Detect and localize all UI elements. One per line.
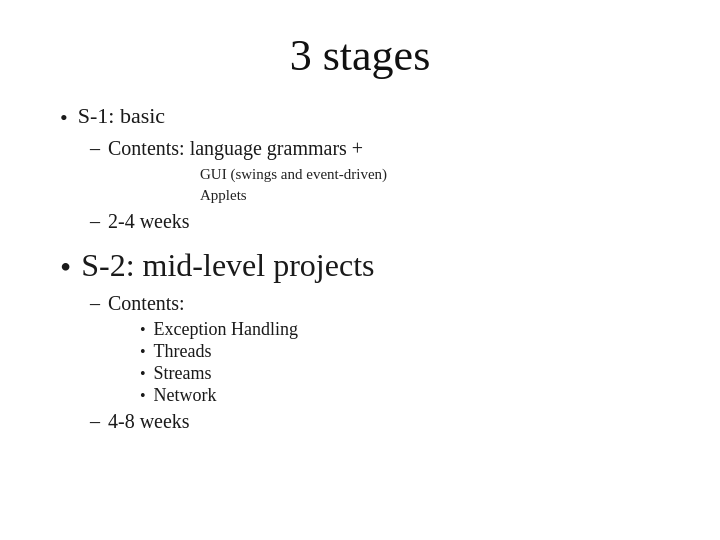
dash-s1-weeks: –	[90, 210, 100, 233]
dash-s2-weeks: –	[90, 410, 100, 433]
section-s2: • S-2: mid-level projects – Contents: • …	[60, 247, 660, 441]
s2-contents-list: • Exception Handling • Threads • Streams…	[140, 319, 660, 406]
s2-weeks-label: 4-8 weeks	[108, 410, 190, 433]
bullet-network: •	[140, 387, 146, 405]
threads-label: Threads	[154, 341, 212, 362]
exception-label: Exception Handling	[154, 319, 298, 340]
bullet-threads: •	[140, 343, 146, 361]
bullet-exception: •	[140, 321, 146, 339]
s1-weeks-row: – 2-4 weeks	[90, 210, 660, 233]
list-item-threads: • Threads	[140, 341, 660, 362]
s2-weeks-row: – 4-8 weeks	[90, 410, 660, 433]
list-item-exception: • Exception Handling	[140, 319, 660, 340]
slide-title: 3 stages	[60, 30, 660, 81]
bullet-s2: • S-2: mid-level projects	[60, 247, 660, 286]
bullet-dot-s1: •	[60, 105, 68, 131]
slide: 3 stages • S-1: basic – Contents: langua…	[0, 0, 720, 540]
network-label: Network	[154, 385, 217, 406]
s2-contents-label: Contents:	[108, 292, 185, 315]
s2-contents-row: – Contents:	[90, 292, 660, 315]
bullet-streams: •	[140, 365, 146, 383]
s1-contents-row: – Contents: language grammars +	[90, 137, 660, 160]
bullet-text-s1: S-1: basic	[78, 103, 165, 129]
s1-gui-note: GUI (swings and event-driven) Applets	[200, 164, 660, 206]
bullet-text-s2: S-2: mid-level projects	[81, 247, 374, 284]
list-item-streams: • Streams	[140, 363, 660, 384]
s1-weeks-label: 2-4 weeks	[108, 210, 190, 233]
s1-contents-label: Contents: language grammars +	[108, 137, 363, 160]
bullet-dot-s2: •	[60, 249, 71, 286]
dash-s1-contents: –	[90, 137, 100, 160]
section-s1: • S-1: basic – Contents: language gramma…	[60, 103, 660, 237]
dash-s2-contents: –	[90, 292, 100, 315]
list-item-network: • Network	[140, 385, 660, 406]
s1-gui-line2: Applets	[200, 185, 660, 206]
bullet-s1: • S-1: basic	[60, 103, 660, 131]
streams-label: Streams	[154, 363, 212, 384]
s1-gui-line1: GUI (swings and event-driven)	[200, 164, 660, 185]
